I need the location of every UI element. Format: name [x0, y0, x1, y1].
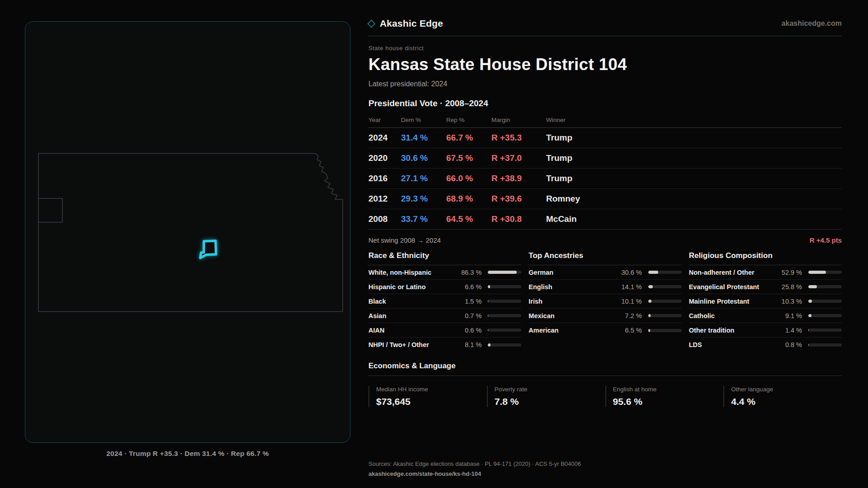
col-winner: Winner: [546, 117, 842, 123]
cell-winner: Trump: [546, 133, 842, 143]
demographics-label: AIAN: [368, 327, 453, 334]
cell-rep: 66.7 %: [446, 133, 491, 143]
cell-year: 2024: [368, 133, 401, 143]
demographics-value: 1.4 %: [774, 327, 802, 334]
demographics-bar: [648, 314, 682, 317]
latest-presidential-label: Latest presidential: 2024: [368, 80, 842, 88]
cell-year: 2008: [368, 214, 401, 224]
economics-section-title: Economics & Language: [368, 361, 842, 376]
cell-winner: Trump: [546, 174, 842, 183]
cell-rep: 64.5 %: [446, 214, 491, 224]
cell-year: 2016: [368, 174, 401, 183]
col-year: Year: [368, 117, 401, 123]
demographics-row: Asian0.7 %: [368, 309, 521, 323]
demographics-column: Race & EthnicityWhite, non-Hispanic86.3 …: [368, 251, 521, 352]
vote-table-row: 201627.1 %66.0 %R +38.9Trump: [368, 169, 842, 189]
demographics-bar: [488, 343, 521, 347]
demographics-row: Mexican7.2 %: [528, 309, 681, 323]
net-swing-row: Net swing 2008 → 2024 R +4.5 pts: [368, 236, 842, 244]
demographics-label: Evangelical Protestant: [689, 283, 774, 291]
demographics-label: LDS: [689, 341, 774, 348]
demographics-bar: [808, 314, 842, 317]
demographics-bar-fill: [808, 328, 809, 332]
demographics-column: Religious CompositionNon-adherent / Othe…: [689, 251, 842, 352]
demographics-label: Asian: [368, 312, 453, 319]
demographics-label: White, non-Hispanic: [368, 269, 453, 276]
demographics-bar-fill: [808, 285, 817, 288]
demographics-bar-fill: [488, 285, 490, 288]
economics-stat-card: Other language4.4 %: [723, 386, 842, 407]
col-margin: Margin: [491, 117, 546, 123]
demographics-label: Mexican: [528, 312, 613, 319]
demographics-label: Non-adherent / Other: [689, 269, 774, 276]
demographics-bar: [808, 343, 842, 347]
map-caption: 2024 · Trump R +35.3 · Dem 31.4 % · Rep …: [25, 450, 350, 458]
demographics-bar-fill: [808, 343, 809, 347]
demographics-bar: [648, 300, 682, 303]
cell-rep: 67.5 %: [446, 153, 491, 163]
demographics-row: American6.5 %: [528, 323, 681, 338]
cell-rep: 66.0 %: [446, 174, 491, 183]
demographics-bar-fill: [488, 300, 488, 303]
demographics-label: NHPI / Two+ / Other: [368, 341, 453, 348]
net-swing-label: Net swing 2008 → 2024: [368, 236, 441, 244]
cell-rep: 68.9 %: [446, 194, 491, 204]
cell-margin: R +37.0: [491, 153, 546, 163]
economics-stat-label: Poverty rate: [495, 386, 605, 393]
demographics-value: 10.1 %: [614, 298, 642, 305]
economics-stat-value: 95.6 %: [613, 396, 724, 407]
demographics-row: English14.1 %: [528, 280, 681, 294]
demographics-bar-fill: [648, 314, 651, 317]
demographics-row: Other tradition1.4 %: [689, 323, 842, 338]
demographics-bar-fill: [488, 271, 517, 274]
col-dem: Dem %: [401, 117, 446, 123]
demographics-bar: [648, 285, 682, 288]
demographics-label: English: [528, 283, 613, 291]
demographics-column-title: Top Ancestries: [528, 251, 681, 265]
demographics-bar-fill: [648, 329, 651, 332]
demographics-bar-fill: [488, 314, 488, 317]
vote-table-row: 200833.7 %64.5 %R +30.8McCain: [368, 209, 842, 230]
cell-year: 2020: [368, 153, 401, 163]
demographics-bar-fill: [488, 343, 491, 347]
demographics-label: Mainline Protestant: [689, 298, 774, 305]
district-detail-panel: Akashic Edge akashicedge.com State house…: [368, 18, 842, 477]
demographics-value: 30.6 %: [614, 269, 642, 276]
vote-table-row: 201229.3 %68.9 %R +39.6Romney: [368, 189, 842, 209]
demographics-value: 6.5 %: [614, 327, 642, 334]
cell-dem: 30.6 %: [401, 153, 446, 163]
district-104-highlight[interactable]: [200, 241, 216, 258]
demographics-value: 52.9 %: [774, 269, 802, 276]
demographics-value: 6.6 %: [453, 283, 481, 291]
demographics-value: 7.2 %: [614, 312, 642, 319]
demographics-row: German30.6 %: [528, 265, 681, 280]
cell-dem: 27.1 %: [401, 174, 446, 183]
kansas-map: [25, 22, 350, 442]
demographics-column-title: Religious Composition: [689, 251, 842, 265]
page-title: Kansas State House District 104: [368, 55, 842, 74]
demographics-row: Non-adherent / Other52.9 %: [689, 265, 842, 280]
demographics-bar-fill: [808, 271, 826, 274]
demographics-row: Mainline Protestant10.3 %: [689, 294, 842, 309]
vote-table-header: Year Dem % Rep % Margin Winner: [368, 117, 842, 128]
demographics-value: 10.3 %: [774, 298, 802, 305]
cell-dem: 33.7 %: [401, 214, 446, 224]
demographics-value: 0.7 %: [453, 312, 481, 319]
demographics-row: Black1.5 %: [368, 294, 521, 309]
demographics-bar: [648, 329, 682, 332]
demographics-bar: [488, 271, 521, 274]
demographics-bar: [808, 271, 842, 274]
demographics-label: Irish: [528, 298, 613, 305]
demographics-row: Catholic9.1 %: [689, 309, 842, 323]
economics-stat-card: Poverty rate7.8 %: [487, 386, 605, 407]
brand-domain-link[interactable]: akashicedge.com: [782, 19, 842, 28]
cell-margin: R +30.8: [491, 214, 546, 224]
demographics-bar: [488, 300, 521, 303]
sources-line: Sources: Akashic Edge elections database…: [368, 460, 842, 467]
kansas-outline: [38, 153, 343, 311]
cell-winner: Trump: [546, 153, 842, 163]
demographics-value: 86.3 %: [453, 269, 481, 276]
demographics-label: German: [528, 269, 613, 276]
permalink[interactable]: akashicedge.com/state-house/ks-hd-104: [368, 470, 842, 477]
cell-margin: R +39.6: [491, 194, 546, 204]
